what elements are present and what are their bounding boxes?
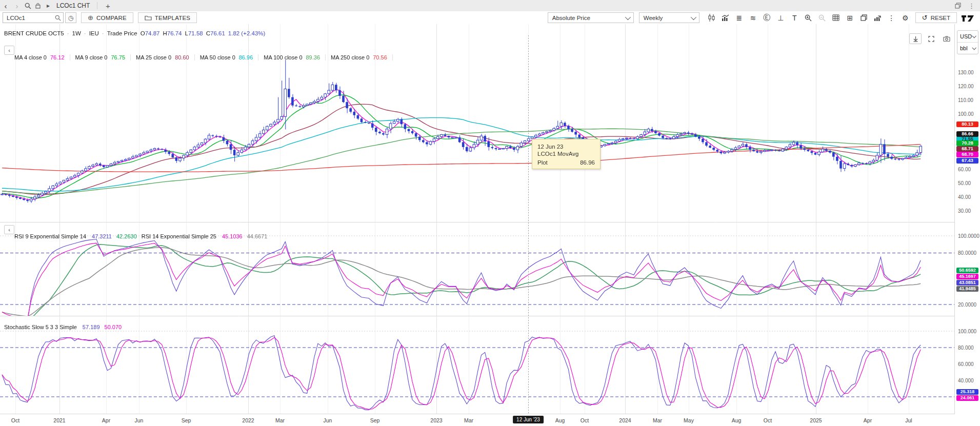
price-tick: 30.00	[958, 208, 971, 214]
unit-value: bbl	[960, 45, 968, 51]
ma-legend-item: MA 9 close 076.75	[70, 54, 131, 60]
chevron-down-icon	[625, 14, 631, 19]
price-tick: 40.00	[958, 194, 971, 200]
time-label: 2025	[810, 417, 822, 423]
rsi-legend-part: 45.1036	[222, 233, 243, 239]
popout-icon[interactable]	[955, 3, 961, 9]
rsi-pane-collapse-button[interactable]: ‹	[4, 225, 14, 234]
stoch-legend-part: 50.070	[105, 324, 122, 330]
toolbar-right: Absolute Price Weekly ≣≋Ⓔ⊥T⊞⋮⚙ ↺ RESET	[548, 12, 980, 23]
crosshair-tooltip: 12 Jun 23 LCOc1 MovAvg Plot 86.96	[532, 139, 601, 169]
time-label: 2023	[430, 417, 442, 423]
header-part: 74.87	[145, 30, 160, 36]
duplicate-icon[interactable]	[857, 12, 871, 23]
symbol-input-value: LCOc1	[7, 15, 25, 21]
currency-select[interactable]: USD	[957, 31, 978, 42]
axis-settings-icon[interactable]: ⊥	[774, 12, 788, 23]
scroll-to-latest-icon[interactable]	[909, 33, 922, 44]
ma-label: MA 9 close 0	[75, 54, 108, 60]
indicators-icon[interactable]	[718, 12, 732, 23]
stoch-tick: 60.000	[958, 361, 974, 367]
compare-plus-icon: ⊕	[88, 14, 93, 22]
maximize-pane-icon[interactable]	[926, 34, 937, 44]
price-tick: 120.00	[958, 84, 974, 89]
header-part: BRENT CRUDE OCT5	[4, 30, 64, 36]
tab-expander-icon[interactable]: ▸	[43, 2, 53, 9]
export-chart-icon[interactable]	[871, 12, 885, 23]
tab-title[interactable]: LCOc1 CHT	[56, 2, 90, 9]
unit-selector: USD bbl	[957, 30, 978, 54]
history-clock-button[interactable]: ◷	[65, 12, 76, 23]
time-label: Mar	[275, 417, 285, 423]
price-axis[interactable]: USD bbl 130.00120.00110.00100.0060.0050.…	[954, 24, 980, 426]
zoom-out-icon[interactable]	[815, 12, 829, 23]
header-part: 1W	[72, 30, 81, 36]
compare-button[interactable]: ⊕ COMPARE	[81, 12, 133, 23]
time-label: Sep	[182, 417, 191, 423]
header-part: 71.58	[188, 30, 203, 36]
lock-icon[interactable]	[33, 3, 43, 9]
zoom-in-icon[interactable]	[802, 12, 815, 23]
clock-icon: ◷	[68, 14, 73, 22]
overlays-icon[interactable]: ≋	[746, 12, 760, 23]
interval-select[interactable]: Weekly	[639, 12, 699, 23]
rsi-legend-part: 47.3211	[92, 233, 112, 239]
ma-legend: MA 4 close 076.12MA 9 close 076.75MA 25 …	[14, 54, 393, 60]
ma-legend-item: MA 250 close 070.56	[326, 54, 393, 60]
chart-canvas[interactable]	[0, 24, 955, 426]
search-icon[interactable]	[23, 3, 33, 9]
toolbar-icon-strip: ≣≋Ⓔ⊥T⊞⋮⚙	[705, 12, 912, 23]
unit-select[interactable]: bbl	[957, 42, 978, 54]
header-part: Trade Price	[107, 30, 137, 36]
more-options-icon[interactable]: ⋮	[968, 2, 975, 10]
templates-button[interactable]: TEMPLATES	[138, 12, 197, 23]
rsi-badge: 50.6592	[956, 268, 978, 273]
symbol-input[interactable]: LCOc1	[3, 12, 64, 23]
stoch-legend-part: Stochastic Slow 5 3 3 Simple	[4, 324, 77, 330]
line-style-icon[interactable]: ≣	[732, 12, 746, 23]
rsi-legend-part: 44.6671	[247, 233, 268, 239]
price-mode-value: Absolute Price	[552, 15, 590, 21]
ma-label: MA 50 close 0	[200, 54, 235, 60]
header-part: O	[141, 30, 145, 36]
text-annotation-icon[interactable]: T	[788, 12, 802, 23]
reset-button[interactable]: ↺ RESET	[915, 12, 957, 23]
price-tick: 110.00	[958, 97, 973, 103]
instrument-header: BRENT CRUDE OCT5·1W·IEU·Trade PriceO74.8…	[4, 30, 268, 36]
price-badge: 80.13	[956, 121, 978, 127]
header-part: H	[163, 30, 167, 36]
time-label: Apr	[864, 417, 872, 423]
reset-undo-icon: ↺	[922, 14, 928, 22]
forward-button[interactable]: ›	[11, 2, 23, 10]
events-icon[interactable]: Ⓔ	[760, 12, 774, 23]
grid-icon[interactable]	[829, 12, 843, 23]
templates-label: TEMPLATES	[155, 15, 190, 21]
ma-legend-item: MA 50 close 086.96	[195, 54, 259, 60]
ma-label: MA 4 close 0	[14, 54, 47, 60]
header-part: 76.61	[210, 30, 225, 36]
rsi-badge: 43.0851	[956, 280, 978, 286]
settings-gear-icon[interactable]: ⚙	[898, 12, 912, 23]
rsi-tick: 100.0000	[958, 233, 979, 239]
time-label: Jun	[324, 417, 332, 423]
stoch-legend-part: 57.189	[83, 324, 100, 330]
candle-style-icon[interactable]	[705, 12, 718, 23]
header-part: ·	[67, 30, 69, 36]
stoch-badge: 25.318	[956, 389, 978, 395]
price-badge: 68.70	[956, 152, 978, 157]
price-pane-collapse-button[interactable]: ‹	[4, 46, 14, 55]
price-mode-select[interactable]: Absolute Price	[548, 12, 634, 23]
add-pane-icon[interactable]: ⊞	[843, 12, 857, 23]
stoch-tick: 40.000	[958, 378, 974, 383]
header-part: 76.74	[167, 30, 182, 36]
back-button[interactable]: ‹	[0, 2, 11, 10]
new-tab-button[interactable]: +	[102, 2, 114, 10]
tooltip-date: 12 Jun 23	[537, 144, 595, 150]
stoch-tick: 80.000	[958, 345, 974, 351]
snapshot-camera-icon[interactable]	[941, 34, 952, 44]
more-menu-icon[interactable]: ⋮	[885, 12, 898, 23]
stochastic-legend: Stochastic Slow 5 3 3 Simple57.18950.070	[4, 324, 126, 330]
time-axis[interactable]: Oct2021AprJunSep2022MarJunSep2023Mar12 J…	[0, 414, 955, 426]
price-tick: 50.00	[958, 180, 971, 186]
price-badge: 86.66	[956, 131, 978, 137]
